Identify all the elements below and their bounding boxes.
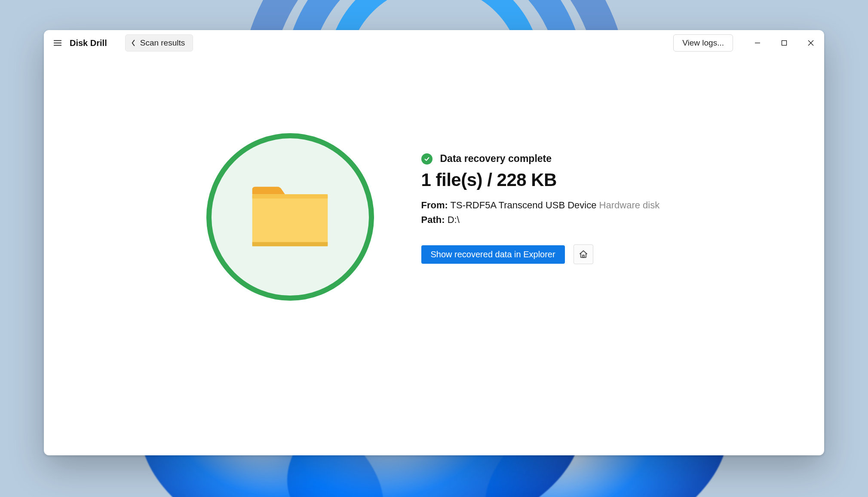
- minimize-icon: [755, 40, 761, 46]
- path-label: Path:: [421, 214, 445, 225]
- result-details: Data recovery complete 1 file(s) / 228 K…: [421, 133, 662, 264]
- maximize-icon: [781, 40, 787, 46]
- window-controls: [744, 30, 824, 56]
- titlebar: Disk Drill Scan results View logs...: [44, 30, 824, 56]
- folder-icon: [248, 183, 332, 251]
- minimize-button[interactable]: [744, 30, 771, 56]
- svg-rect-7: [252, 194, 328, 246]
- status-text: Data recovery complete: [440, 153, 552, 165]
- maximize-button[interactable]: [771, 30, 797, 56]
- svg-rect-4: [782, 41, 787, 46]
- back-button-label: Scan results: [140, 38, 185, 48]
- close-button[interactable]: [797, 30, 824, 56]
- result-content: Data recovery complete 1 file(s) / 228 K…: [44, 56, 824, 455]
- svg-rect-8: [252, 194, 328, 198]
- path-line: Path: D:\: [421, 214, 662, 226]
- home-icon: [579, 250, 588, 259]
- app-window: Disk Drill Scan results View logs...: [44, 30, 824, 455]
- app-title: Disk Drill: [70, 38, 107, 48]
- hamburger-icon: [53, 38, 62, 48]
- close-icon: [808, 40, 814, 46]
- hamburger-menu-button[interactable]: [52, 37, 64, 49]
- from-line: From: TS-RDF5A Transcend USB Device Hard…: [421, 200, 662, 211]
- status-row: Data recovery complete: [421, 153, 662, 165]
- from-label: From:: [421, 200, 448, 210]
- chevron-left-icon: [131, 40, 136, 46]
- svg-rect-10: [583, 255, 584, 258]
- from-type: Hardware disk: [599, 200, 660, 210]
- result-headline: 1 file(s) / 228 KB: [421, 170, 662, 190]
- from-device: TS-RDF5A Transcend USB Device: [451, 200, 597, 210]
- show-in-explorer-button[interactable]: Show recovered data in Explorer: [421, 245, 565, 264]
- svg-rect-9: [252, 242, 328, 247]
- back-button[interactable]: Scan results: [125, 34, 193, 52]
- success-illustration: [206, 133, 374, 301]
- path-value: D:\: [448, 214, 460, 225]
- view-logs-button[interactable]: View logs...: [673, 34, 733, 52]
- success-check-icon: [421, 153, 432, 165]
- home-button[interactable]: [574, 244, 593, 264]
- action-row: Show recovered data in Explorer: [421, 244, 662, 264]
